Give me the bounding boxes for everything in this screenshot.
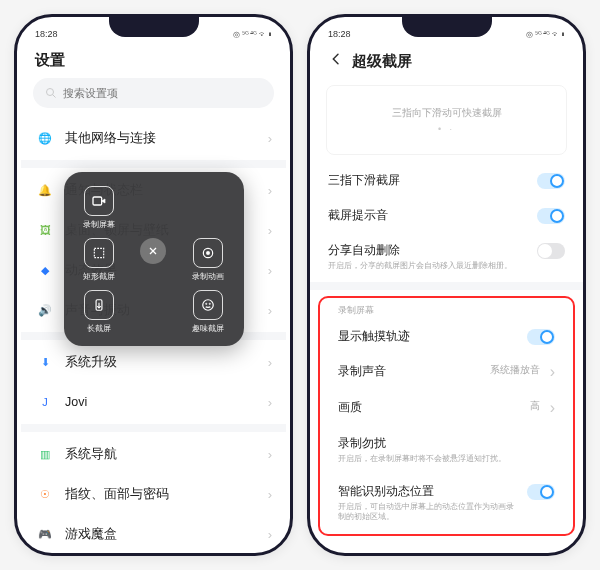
- page-dots: • ·: [438, 124, 455, 134]
- row-label: 系统导航: [65, 446, 258, 463]
- row-three_finger[interactable]: 三指下滑截屏: [310, 163, 583, 198]
- row-icon: 🔔: [35, 180, 55, 200]
- notch: [109, 17, 199, 37]
- chevron-right-icon: ›: [268, 395, 272, 410]
- row-label: 录制声音: [338, 363, 482, 380]
- svg-point-12: [209, 303, 210, 304]
- toggle[interactable]: [527, 484, 555, 500]
- svg-point-7: [206, 251, 210, 255]
- row-icon: 🖼: [35, 220, 55, 240]
- toggle[interactable]: [537, 173, 565, 189]
- row-quality[interactable]: 画质高›: [320, 390, 573, 426]
- row-dnd[interactable]: 录制勿扰开启后，在录制屏幕时将不会被悬浮通知打扰。: [320, 426, 573, 473]
- row-touch_track[interactable]: 显示触摸轨迹: [320, 319, 573, 354]
- row-icon: 🔊: [35, 300, 55, 320]
- page-title: 设置: [35, 51, 65, 70]
- row-desc: 开启后，可自动选中屏幕上的动态位置作为动画录制的初始区域。: [338, 502, 519, 523]
- row-icon: ☉: [35, 484, 55, 504]
- status-icons: ◎ ⁵ᴳ ⁴ᴳ ᯤ ▮: [233, 30, 272, 39]
- section-title: 录制屏幕: [320, 298, 573, 319]
- row-label: 其他网络与连接: [65, 130, 258, 147]
- page-header: 超级截屏: [310, 45, 583, 79]
- popup-rect-crop[interactable]: 矩形截屏: [74, 238, 125, 282]
- row-label: 分享自动删除: [328, 242, 529, 259]
- settings-row-6[interactable]: J Jovi ›: [21, 382, 286, 422]
- chevron-right-icon: ›: [268, 355, 272, 370]
- back-icon[interactable]: [328, 51, 344, 71]
- chevron-right-icon: ›: [550, 363, 555, 381]
- chevron-right-icon: ›: [268, 223, 272, 238]
- row-icon: ⬇: [35, 352, 55, 372]
- row-icon: ◆: [35, 260, 55, 280]
- row-label: 指纹、面部与密码: [65, 486, 258, 503]
- row-label: Jovi: [65, 395, 258, 409]
- row-value: 系统播放音: [490, 363, 540, 377]
- row-audio[interactable]: 录制声音系统播放音›: [320, 354, 573, 390]
- section-gap: [310, 282, 583, 290]
- row-value: 高: [530, 399, 540, 413]
- row-smart_pos[interactable]: 智能识别动态位置开启后，可自动选中屏幕上的动态位置作为动画录制的初始区域。: [320, 474, 573, 532]
- page-title: 超级截屏: [352, 52, 412, 71]
- notch: [402, 17, 492, 37]
- chevron-right-icon: ›: [268, 303, 272, 318]
- chevron-right-icon: ›: [268, 527, 272, 542]
- svg-point-10: [203, 300, 214, 311]
- status-time: 18:28: [328, 29, 351, 39]
- settings-row-8[interactable]: ☉ 指纹、面部与密码 ›: [21, 474, 286, 514]
- row-label: 录制勿扰: [338, 435, 555, 452]
- status-time: 18:28: [35, 29, 58, 39]
- chevron-right-icon: ›: [268, 183, 272, 198]
- chevron-right-icon: ›: [550, 399, 555, 417]
- row-desc: 开启后，分享的截屏图片会自动移入最近删除相册。: [328, 261, 529, 271]
- highlight-record-section: 录制屏幕 显示触摸轨迹录制声音系统播放音›画质高›录制勿扰开启后，在录制屏幕时将…: [318, 296, 575, 535]
- group-record: 显示触摸轨迹录制声音系统播放音›画质高›录制勿扰开启后，在录制屏幕时将不会被悬浮…: [320, 319, 573, 531]
- chevron-right-icon: ›: [268, 131, 272, 146]
- popup-close[interactable]: [128, 238, 179, 282]
- svg-point-11: [206, 303, 207, 304]
- svg-rect-2: [93, 197, 102, 205]
- settings-row-0[interactable]: 🌐 其他网络与连接 ›: [21, 118, 286, 158]
- status-icons: ◎ ⁵ᴳ ⁴ᴳ ᯤ ▮: [526, 30, 565, 39]
- chevron-right-icon: ›: [268, 447, 272, 462]
- page-header: 设置: [17, 45, 290, 78]
- svg-point-0: [47, 89, 54, 96]
- row-icon: 🎮: [35, 524, 55, 544]
- row-icon: 🌐: [35, 128, 55, 148]
- row-share_del[interactable]: 分享自动删除开启后，分享的截屏图片会自动移入最近删除相册。: [310, 233, 583, 280]
- settings-row-7[interactable]: ▥ 系统导航 ›: [21, 434, 286, 474]
- search-input[interactable]: [63, 87, 262, 99]
- hint-text: 三指向下滑动可快速截屏: [392, 106, 502, 120]
- row-label: 显示触摸轨迹: [338, 328, 519, 345]
- row-label: 三指下滑截屏: [328, 172, 529, 189]
- toggle[interactable]: [527, 329, 555, 345]
- row-sound[interactable]: 截屏提示音: [310, 198, 583, 233]
- row-label: 画质: [338, 399, 522, 416]
- group-screenshot: 三指下滑截屏截屏提示音分享自动删除开启后，分享的截屏图片会自动移入最近删除相册。: [310, 163, 583, 280]
- phone-left: 18:28 ◎ ⁵ᴳ ⁴ᴳ ᯤ ▮ 设置 🌐 其他网络与连接 ›🔔 通知与状态栏…: [14, 14, 293, 556]
- chevron-right-icon: ›: [268, 487, 272, 502]
- row-label: 系统升级: [65, 354, 258, 371]
- row-label: 智能识别动态位置: [338, 483, 519, 500]
- popup-record-screen[interactable]: 录制屏幕: [74, 186, 125, 230]
- chevron-right-icon: ›: [268, 263, 272, 278]
- toggle[interactable]: [537, 208, 565, 224]
- search-icon: [45, 87, 57, 99]
- gesture-hint-card: 三指向下滑动可快速截屏 • ·: [326, 85, 567, 155]
- svg-rect-3: [94, 248, 103, 257]
- row-icon: ▥: [35, 444, 55, 464]
- popup-long-shot[interactable]: 长截屏: [74, 290, 125, 334]
- settings-row-5[interactable]: ⬇ 系统升级 ›: [21, 342, 286, 382]
- toggle[interactable]: [537, 243, 565, 259]
- popup-record-anim[interactable]: 录制动画: [183, 238, 234, 282]
- row-label: 截屏提示音: [328, 207, 529, 224]
- row-label: 游戏魔盒: [65, 526, 258, 543]
- row-icon: J: [35, 392, 55, 412]
- popup-fun-shot[interactable]: 趣味截屏: [183, 290, 234, 334]
- svg-line-1: [53, 95, 56, 98]
- screenshot-popup: 录制屏幕 矩形截屏 录制动画 长截屏 趣味截屏: [64, 172, 244, 346]
- phone-right: 18:28 ◎ ⁵ᴳ ⁴ᴳ ᯤ ▮ 超级截屏 三指向下滑动可快速截屏 • · 三…: [307, 14, 586, 556]
- row-desc: 开启后，在录制屏幕时将不会被悬浮通知打扰。: [338, 454, 555, 464]
- search-bar[interactable]: [33, 78, 274, 108]
- settings-row-9[interactable]: 🎮 游戏魔盒 ›: [21, 514, 286, 553]
